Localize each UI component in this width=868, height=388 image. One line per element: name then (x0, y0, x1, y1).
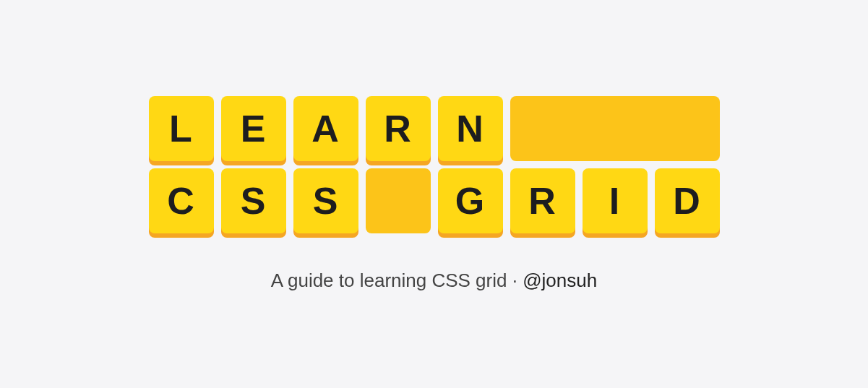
tile-letter: I (583, 168, 648, 233)
tile-letter: E (221, 96, 286, 161)
tile-letter: D (655, 168, 720, 233)
tile-letter: L (149, 96, 214, 161)
tile-letter: N (438, 96, 503, 161)
tile-letter: R (510, 168, 575, 233)
subtitle: A guide to learning CSS grid · @jonsuh (271, 270, 597, 292)
tile-letter: A (293, 96, 358, 161)
subtitle-text: A guide to learning CSS grid (271, 270, 507, 291)
subtitle-separator: · (507, 270, 523, 291)
title-grid: L E A R N C S S G R I D (149, 96, 720, 233)
tile-letter: R (366, 96, 431, 161)
tile-empty (366, 168, 431, 233)
hero: L E A R N C S S G R I D A guide to learn… (149, 96, 720, 292)
author-link[interactable]: @jonsuh (523, 270, 597, 291)
tile-letter: C (149, 168, 214, 233)
tile-letter: G (438, 168, 503, 233)
tile-letter: S (221, 168, 286, 233)
tile-letter: S (293, 168, 358, 233)
tile-empty-wide (510, 96, 720, 161)
